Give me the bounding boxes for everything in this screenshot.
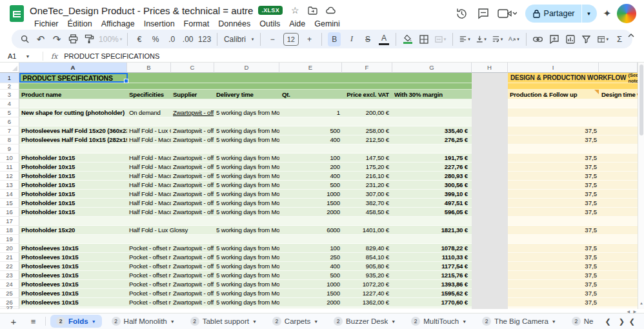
- cell-F5[interactable]: 200,00 €: [342, 108, 392, 117]
- cell-C22[interactable]: Zwartopwit - off: [171, 262, 214, 270]
- column-header-I[interactable]: I: [508, 63, 599, 73]
- text-color-button[interactable]: A: [379, 34, 389, 45]
- cell-I17[interactable]: [508, 217, 599, 226]
- cell-J10[interactable]: [599, 154, 638, 163]
- row-header-13[interactable]: 13: [0, 181, 19, 190]
- cell-C5[interactable]: Zwartopwit - off: [171, 108, 214, 117]
- cell-B10[interactable]: Half Fold - Maco: [127, 154, 171, 162]
- cell-H21[interactable]: [472, 253, 508, 262]
- cell-F14[interactable]: 307,00 €: [342, 190, 392, 198]
- number-format-button[interactable]: 123: [199, 32, 210, 46]
- cell-E15[interactable]: 1500: [279, 199, 342, 207]
- cell-E25[interactable]: 1500: [279, 289, 342, 297]
- functions-button[interactable]: Σ: [614, 32, 625, 46]
- increase-decimal-button[interactable]: .00: [183, 32, 193, 46]
- cell-J4[interactable]: [599, 99, 638, 108]
- cell-J13[interactable]: [599, 181, 638, 190]
- move-folder-icon[interactable]: [308, 6, 317, 15]
- cell-F15[interactable]: 382,70 €: [342, 199, 392, 207]
- cell-H1[interactable]: [472, 73, 508, 83]
- cell-H24[interactable]: [472, 280, 508, 289]
- bold-button[interactable]: B: [328, 32, 341, 46]
- row-header-16[interactable]: 16: [0, 208, 19, 217]
- cell-E23[interactable]: 500: [279, 271, 342, 279]
- cell-A11[interactable]: Photoholder 10x15: [19, 163, 127, 171]
- cell-G22[interactable]: 1177,54 €: [392, 262, 472, 270]
- cell-I19[interactable]: [508, 235, 599, 244]
- cell-G14[interactable]: 399,10 €: [392, 190, 472, 198]
- cell-J7[interactable]: [599, 126, 638, 135]
- cell-G18[interactable]: 1821,30 €: [392, 226, 472, 234]
- tab-caret-icon[interactable]: ▼: [391, 319, 396, 324]
- cell-E21[interactable]: 250: [279, 253, 342, 261]
- tab-caret-icon[interactable]: ▼: [92, 319, 96, 324]
- cell-I10[interactable]: 37,5: [508, 154, 599, 163]
- cell-C21[interactable]: Zwartopwit - off: [171, 253, 214, 261]
- cell-F13[interactable]: 231,20 €: [342, 181, 392, 189]
- cells-A-G-row-10[interactable]: Photoholder 10x15Half Fold - MacoZwartop…: [19, 154, 472, 163]
- cell-I4[interactable]: [508, 99, 599, 108]
- row-header-19[interactable]: 19: [0, 235, 19, 244]
- cell-E20[interactable]: 100: [279, 244, 342, 252]
- cell-D10[interactable]: 5 working days from Mo: [214, 154, 279, 162]
- cell-H17[interactable]: [472, 217, 508, 226]
- cell-C7[interactable]: Zwartopwit - off: [171, 126, 214, 135]
- cell-D22[interactable]: 5 working days from Mo: [214, 262, 279, 270]
- cell-G24[interactable]: 1393,86 €: [392, 280, 472, 288]
- insert-comment-button[interactable]: [549, 32, 559, 46]
- cell-E22[interactable]: 400: [279, 262, 342, 270]
- cell-J5[interactable]: [599, 108, 638, 117]
- cell-B22[interactable]: Pocket - offset re: [127, 262, 171, 270]
- gemini-sparkle-icon[interactable]: ✦: [603, 8, 611, 19]
- cells-A-G-row-9[interactable]: [19, 145, 472, 154]
- cell-I6[interactable]: [508, 117, 599, 126]
- cell-J19[interactable]: [599, 235, 638, 244]
- cell-A22[interactable]: Photosleeves 10x15: [19, 262, 127, 270]
- sheet-tab-folds[interactable]: 2Folds▼: [50, 315, 102, 328]
- cell-I20[interactable]: 37,5: [508, 244, 599, 253]
- column-header-F[interactable]: F: [342, 63, 392, 73]
- cell-A18[interactable]: Photoholder 15x20: [19, 226, 127, 234]
- all-sheets-icon[interactable]: ≡: [25, 314, 41, 328]
- cell-H14[interactable]: [472, 190, 508, 199]
- cell-J18[interactable]: [599, 226, 638, 235]
- scroll-right-icon[interactable]: ▶: [633, 309, 636, 314]
- cells-I-J-row-2[interactable]: [508, 83, 638, 90]
- cell-I23[interactable]: 37,5: [508, 271, 599, 280]
- tab-caret-icon[interactable]: ▼: [314, 319, 318, 324]
- cell-D12[interactable]: 5 working days from Mo: [214, 172, 279, 180]
- cell-H7[interactable]: [472, 126, 508, 135]
- cell-C24[interactable]: Zwartopwit - off: [171, 280, 214, 288]
- sheet-tab-the-big-camera[interactable]: 2The Big Camera▼: [476, 315, 562, 328]
- cell-J15[interactable]: [599, 199, 638, 208]
- cell-I3[interactable]: Production & Follow up: [508, 90, 599, 99]
- cell-A8[interactable]: Photosleeves Half Fold 10x15 (282x190r: [19, 135, 127, 144]
- horizontal-scrollbar[interactable]: ◀ ▶: [0, 309, 644, 314]
- cell-C16[interactable]: Zwartopwit - off: [171, 208, 214, 216]
- cell-F7[interactable]: 258,00 €: [342, 126, 392, 135]
- font-size-input[interactable]: 12: [283, 33, 298, 46]
- cells-A-G-row-12[interactable]: Photoholder 10x15Half Fold - MacoZwartop…: [19, 172, 472, 181]
- cells-A-G-row-22[interactable]: Photosleeves 10x15Pocket - offset reZwar…: [19, 262, 472, 271]
- cell-I13[interactable]: 37,5: [508, 181, 599, 190]
- sheet-tab-buzzer-desk[interactable]: 2Buzzer Desk▼: [328, 315, 401, 328]
- cell-F10[interactable]: 147,50 €: [342, 154, 392, 162]
- cell-E18[interactable]: 6000: [279, 226, 342, 234]
- cell-C15[interactable]: Zwartopwit - off: [171, 199, 214, 207]
- cell-F21[interactable]: 854,10 €: [342, 253, 392, 261]
- comments-icon[interactable]: [475, 5, 492, 22]
- cell-I14[interactable]: 37,5: [508, 190, 599, 199]
- cell-C20[interactable]: Zwartopwit - off: [171, 244, 214, 252]
- cell-G12[interactable]: 280,93 €: [392, 172, 472, 180]
- name-box[interactable]: A1▼: [0, 52, 41, 60]
- cells-A-G-row-18[interactable]: Photoholder 15x20Half Fold - Lux Glossy5…: [19, 226, 472, 235]
- cell-A15[interactable]: Photoholder 10x15: [19, 199, 127, 207]
- tabs-scroll-right-icon[interactable]: ❯: [615, 317, 629, 326]
- cell-I7[interactable]: 37,5: [508, 126, 599, 135]
- cell-I16[interactable]: 37,5: [508, 208, 599, 217]
- cell-F24[interactable]: 1072,20 €: [342, 280, 392, 288]
- cell-B21[interactable]: Pocket - offset re: [127, 253, 171, 261]
- cell-H10[interactable]: [472, 154, 508, 163]
- cell-C18[interactable]: [171, 226, 214, 234]
- cell-B26[interactable]: Pocket - offset re: [127, 298, 171, 306]
